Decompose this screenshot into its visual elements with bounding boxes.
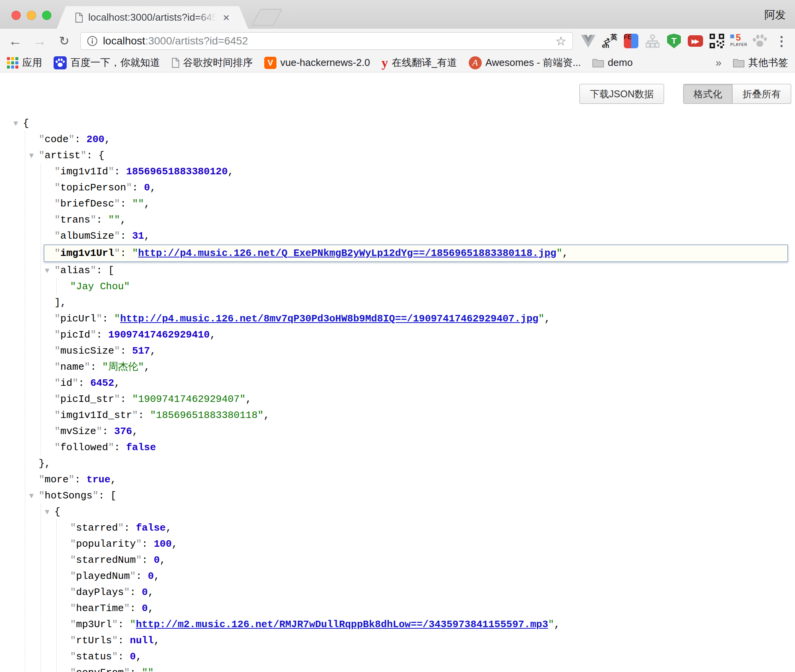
new-tab-button[interactable] <box>251 9 282 26</box>
json-comma: , <box>263 410 270 421</box>
json-line: ], <box>54 295 795 311</box>
json-key: img1v1Id_str <box>61 410 132 421</box>
json-line: "topicPerson": 0, <box>54 180 795 196</box>
page-content: 下载JSON数据 格式化 折叠所有 ▼{"code": 200,▼"artist… <box>0 72 795 672</box>
json-colon: : <box>130 587 142 598</box>
json-value: "" <box>108 214 120 226</box>
profile-name[interactable]: 阿发 <box>764 8 786 22</box>
download-json-button[interactable]: 下载JSON数据 <box>579 84 664 104</box>
json-key-quote: " <box>112 635 118 646</box>
json-key-quote: " <box>70 603 76 614</box>
json-value: "" <box>142 667 154 672</box>
url-host: localhost <box>103 35 146 47</box>
other-bookmarks[interactable]: 其他书签 <box>733 56 788 69</box>
minimize-window-button[interactable] <box>27 11 36 20</box>
json-colon: : <box>142 538 154 550</box>
bookmarks-overflow-icon[interactable]: » <box>715 57 721 69</box>
json-string-quote: " <box>538 313 545 325</box>
back-button[interactable]: ← <box>7 34 24 48</box>
tab-close-icon[interactable]: × <box>223 12 230 23</box>
bookmark-youdao[interactable]: y 在线翻译_有道 <box>381 56 457 70</box>
browser-menu-button[interactable]: ⋮ <box>775 33 788 49</box>
json-comma: , <box>554 619 560 630</box>
zoom-window-button[interactable] <box>42 11 51 20</box>
json-colon: : <box>75 134 87 145</box>
collapse-triangle-icon[interactable]: ▼ <box>26 488 36 504</box>
json-colon: : <box>130 603 142 614</box>
json-comma: , <box>144 361 150 373</box>
bookmark-baidu[interactable]: 百度一下，你就知道 <box>54 56 160 69</box>
fe-extension-icon[interactable]: FE <box>623 33 639 49</box>
tab-title: localhost:3000/artists?id=645 <box>88 11 218 23</box>
json-comma: , <box>110 474 116 485</box>
bookmark-folder-demo[interactable]: demo <box>592 57 633 69</box>
json-comma: , <box>154 570 160 582</box>
json-comma: , <box>148 587 154 598</box>
json-colon: : <box>102 313 114 325</box>
bookmark-awesomes[interactable]: A Awesomes - 前端资... <box>469 56 581 69</box>
bookmark-star-icon[interactable]: ☆ <box>555 34 566 48</box>
json-key-quote: " <box>112 651 118 662</box>
json-line: "briefDesc": "", <box>54 196 795 212</box>
reload-button[interactable]: ↻ <box>56 34 73 48</box>
json-string-quote: " <box>130 619 136 630</box>
json-key-quote: " <box>54 182 61 193</box>
browser-tab[interactable]: localhost:3000/artists?id=645 × <box>57 6 248 29</box>
json-key-quote: " <box>90 265 97 276</box>
bookmark-vue-hackernews[interactable]: V vue-hackernews-2.0 <box>264 57 370 69</box>
collapse-triangle-icon[interactable]: ▼ <box>42 504 52 520</box>
json-comma: , <box>245 393 252 405</box>
json-key-quote: " <box>70 554 76 566</box>
json-key-quote: " <box>54 214 61 226</box>
json-comma: , <box>172 538 178 550</box>
json-key-quote: " <box>108 442 114 453</box>
json-key-quote: " <box>112 619 118 630</box>
bookmark-google-sort[interactable]: 谷歌按时间排序 <box>172 56 253 69</box>
bookmarks-bar: 应用 百度一下，你就知道 谷歌按时间排序 V vue-hackernews-2.… <box>0 53 795 72</box>
json-value: 100 <box>154 538 172 550</box>
json-value: false <box>126 442 156 453</box>
page-icon <box>172 58 179 68</box>
json-key: img1v1Url <box>61 247 114 259</box>
json-line: ▼"alias": [ <box>54 262 795 279</box>
json-brace: { <box>54 506 61 518</box>
json-colon: : <box>142 554 154 566</box>
json-key-quote: " <box>54 377 61 389</box>
fastforward-extension-icon[interactable]: ▶▶ <box>688 33 703 49</box>
collapse-triangle-icon[interactable]: ▼ <box>42 262 52 279</box>
json-key: code <box>45 134 69 145</box>
json-value: 0 <box>142 603 148 614</box>
json-url-link[interactable]: http://m2.music.126.net/RMJR7wDullRqppBk… <box>136 619 548 630</box>
collapse-triangle-icon[interactable]: ▼ <box>26 148 36 164</box>
paw-extension-icon[interactable] <box>752 33 767 49</box>
translate-extension-icon[interactable]: 英 en ⇄ <box>602 33 617 49</box>
json-colon: : <box>120 230 132 242</box>
json-key: rtUrls <box>76 635 112 646</box>
close-window-button[interactable] <box>11 11 21 20</box>
json-key-quote: " <box>39 134 45 145</box>
page-icon <box>75 13 83 23</box>
json-key-quote: " <box>54 410 61 421</box>
json-line: "img1v1Id_str": "18569651883380118", <box>54 407 795 423</box>
json-colon: : <box>136 570 148 582</box>
collapse-all-button[interactable]: 折叠所有 <box>733 84 791 104</box>
qrcode-extension-icon[interactable] <box>709 33 725 49</box>
bookmark-apps[interactable]: 应用 <box>7 56 42 69</box>
json-children: "code": 200,▼"artist": {"img1v1Id": 1856… <box>25 131 795 672</box>
json-key-quote: " <box>54 329 61 341</box>
json-url-link[interactable]: http://p4.music.126.net/Q_ExePNkmgB2yWyL… <box>138 247 556 259</box>
sitemap-extension-icon[interactable] <box>645 33 660 49</box>
collapse-triangle-icon[interactable]: ▼ <box>11 115 21 131</box>
json-url-link[interactable]: http://p4.music.126.net/8mv7qP30Pd3oHW8b… <box>120 313 538 325</box>
tampermonkey-extension-icon[interactable]: T <box>666 33 682 49</box>
json-key: more <box>45 474 69 485</box>
format-button[interactable]: 格式化 <box>683 84 733 104</box>
json-value: "周杰伦" <box>102 361 144 373</box>
vue-devtools-extension-icon[interactable] <box>581 33 596 49</box>
json-comma: , <box>136 651 142 662</box>
json-line: "copyFrom": "", <box>70 665 795 672</box>
json-line: "playedNum": 0, <box>70 568 795 584</box>
html5-player-extension-icon[interactable]: 5 PLAYER <box>731 33 746 49</box>
address-bar[interactable]: localhost:3000/artists?id=6452 ☆ <box>80 32 573 50</box>
page-info-icon[interactable] <box>87 36 98 46</box>
